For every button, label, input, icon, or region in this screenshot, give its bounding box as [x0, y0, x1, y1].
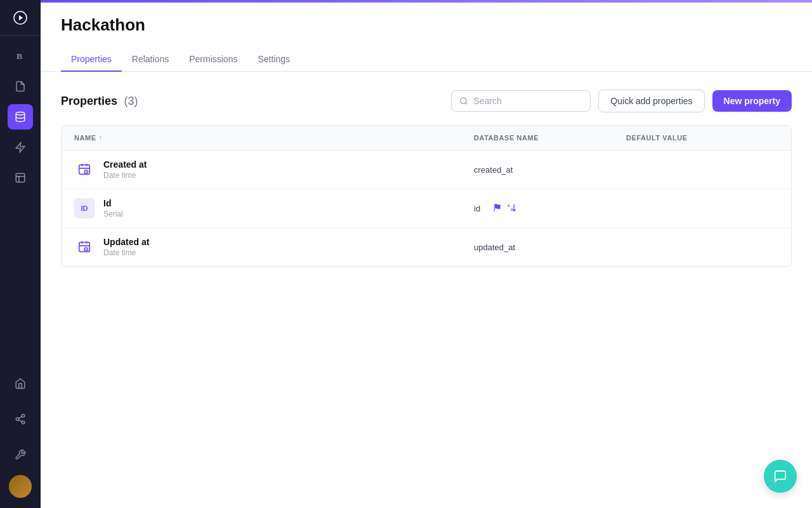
col-header-name: NAME ↑	[74, 133, 474, 142]
properties-title: Properties	[61, 95, 117, 107]
row-db-name-with-actions: id A Z	[474, 203, 626, 215]
share-icon	[15, 413, 26, 425]
header: Hackathon Properties Relations Permissio…	[41, 3, 812, 72]
main-content: Hackathon Properties Relations Permissio…	[41, 0, 812, 508]
svg-point-13	[461, 98, 466, 104]
b-icon: B	[15, 50, 26, 62]
search-icon	[459, 96, 468, 106]
search-input[interactable]	[474, 96, 583, 106]
sidebar-logo[interactable]	[0, 0, 41, 36]
table-row[interactable]: Updated at Date time updated_at	[62, 228, 791, 266]
id-badge-icon: ID	[74, 198, 95, 218]
properties-actions: Quick add properties New property	[451, 90, 792, 112]
row-database-name: updated_at	[474, 243, 626, 252]
search-box[interactable]	[451, 90, 591, 112]
sidebar-item-layout[interactable]	[8, 165, 33, 190]
sidebar-nav: B	[0, 36, 41, 363]
sidebar-item-store[interactable]	[8, 371, 33, 396]
svg-point-8	[22, 415, 25, 418]
row-name-cell: Updated at Date time	[74, 237, 474, 257]
calendar-clock-icon	[77, 240, 91, 254]
properties-header: Properties (3) Quick add properties New …	[61, 90, 792, 112]
tools-icon	[15, 449, 26, 460]
row-database-name: created_at	[474, 165, 626, 175]
tab-bar: Properties Relations Permissions Setting…	[61, 48, 792, 71]
properties-count: (3)	[124, 95, 138, 107]
database-icon	[15, 111, 26, 123]
sort-az-icon: A Z	[507, 203, 517, 213]
row-name-group: Updated at Date time	[103, 237, 149, 257]
col-header-default-value: DEFAULT VALUE	[626, 133, 778, 142]
svg-marker-1	[19, 15, 23, 20]
col-header-database-name: DATABASE NAME	[474, 133, 626, 142]
properties-table: NAME ↑ DATABASE NAME DEFAULT VALUE	[61, 125, 792, 267]
svg-line-12	[18, 417, 22, 418]
svg-line-14	[466, 103, 468, 105]
sidebar: B	[0, 0, 41, 508]
chat-button[interactable]	[764, 460, 797, 493]
svg-marker-4	[16, 143, 25, 152]
tab-relations[interactable]: Relations	[122, 48, 179, 72]
play-logo-icon	[13, 10, 28, 25]
row-name-group: Id Serial	[103, 198, 123, 218]
row-actions: A Z	[493, 203, 517, 215]
flag-icon	[493, 203, 502, 214]
properties-title-group: Properties (3)	[61, 95, 138, 108]
calendar-clock-icon	[77, 163, 91, 177]
sidebar-bottom	[8, 363, 33, 508]
svg-line-11	[18, 420, 22, 422]
chat-icon	[773, 469, 787, 483]
tab-permissions[interactable]: Permissions	[179, 48, 247, 72]
table-row[interactable]: ID Id Serial id	[62, 189, 791, 228]
svg-point-9	[16, 418, 19, 421]
tab-settings[interactable]: Settings	[247, 48, 300, 72]
tab-properties[interactable]: Properties	[61, 48, 122, 72]
table-row[interactable]: Created at Date time created_at	[62, 150, 791, 189]
sort-az-icon: A Z	[507, 203, 517, 215]
sort-up-icon: ↑	[99, 133, 103, 142]
sidebar-item-b[interactable]: B	[8, 43, 33, 69]
avatar-image	[9, 475, 32, 498]
quick-add-properties-button[interactable]: Quick add properties	[598, 90, 704, 112]
datetime-icon	[74, 237, 95, 257]
svg-point-10	[22, 421, 25, 424]
table-header: NAME ↑ DATABASE NAME DEFAULT VALUE	[62, 126, 791, 150]
row-name-cell: Created at Date time	[74, 159, 474, 180]
row-database-name: id	[474, 204, 480, 213]
sidebar-item-database[interactable]	[8, 104, 33, 130]
file-icon	[15, 81, 26, 92]
sidebar-item-file[interactable]	[8, 74, 33, 99]
datetime-icon	[74, 159, 95, 180]
store-icon	[15, 378, 26, 389]
row-name-cell: ID Id Serial	[74, 198, 474, 218]
sidebar-item-share[interactable]	[8, 406, 33, 432]
svg-rect-5	[16, 173, 25, 182]
sidebar-item-tools[interactable]	[8, 442, 33, 467]
svg-text:A: A	[508, 204, 510, 208]
lightning-icon	[15, 142, 26, 153]
content-area: Properties (3) Quick add properties New …	[41, 72, 812, 508]
svg-text:B: B	[16, 51, 22, 61]
sidebar-item-lightning[interactable]	[8, 135, 33, 160]
page-title: Hackathon	[61, 15, 792, 35]
avatar[interactable]	[9, 475, 32, 498]
flag-fill-icon	[493, 203, 502, 212]
row-name-group: Created at Date time	[103, 159, 147, 180]
new-property-button[interactable]: New property	[712, 90, 792, 112]
svg-point-3	[16, 112, 25, 116]
layout-icon	[15, 172, 26, 184]
